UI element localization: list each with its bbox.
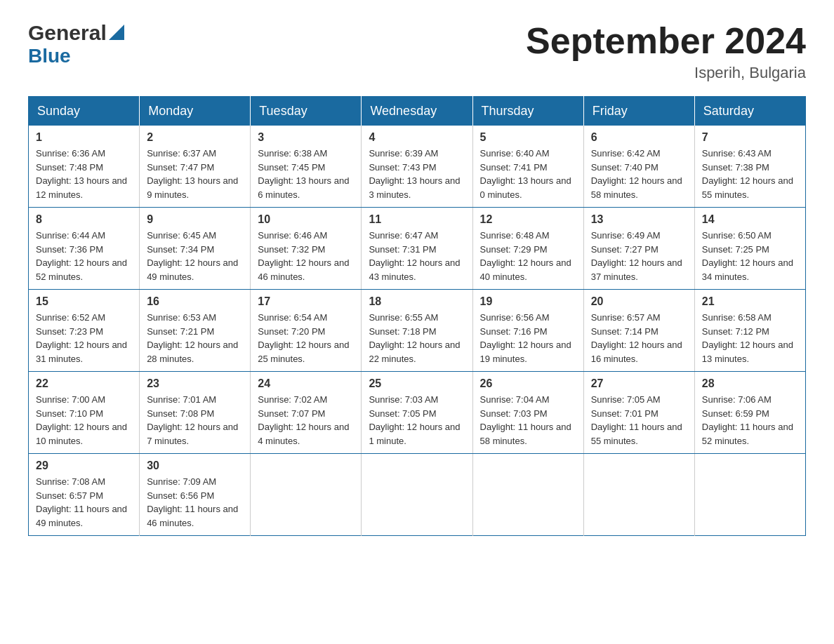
day-number: 11 (369, 213, 465, 226)
day-info: Sunrise: 7:01 AMSunset: 7:08 PMDaylight:… (147, 393, 243, 448)
calendar-cell: 18Sunrise: 6:55 AMSunset: 7:18 PMDayligh… (362, 290, 472, 372)
day-info: Sunrise: 6:45 AMSunset: 7:34 PMDaylight:… (147, 229, 243, 283)
day-number: 21 (702, 295, 798, 308)
day-info: Sunrise: 6:37 AMSunset: 7:47 PMDaylight:… (147, 147, 243, 201)
weekday-header-row: SundayMondayTuesdayWednesdayThursdayFrid… (29, 97, 806, 126)
day-info: Sunrise: 7:08 AMSunset: 6:57 PMDaylight:… (36, 475, 132, 530)
calendar-cell: 13Sunrise: 6:49 AMSunset: 7:27 PMDayligh… (583, 208, 694, 290)
day-info: Sunrise: 7:00 AMSunset: 7:10 PMDaylight:… (36, 393, 132, 448)
day-number: 30 (147, 459, 243, 472)
day-info: Sunrise: 6:42 AMSunset: 7:40 PMDaylight:… (591, 147, 687, 201)
logo-general-text: General (28, 21, 107, 45)
weekday-header-friday: Friday (583, 97, 694, 126)
calendar-cell: 3Sunrise: 6:38 AMSunset: 7:45 PMDaylight… (251, 126, 362, 208)
day-info: Sunrise: 6:44 AMSunset: 7:36 PMDaylight:… (36, 229, 132, 283)
calendar-cell: 1Sunrise: 6:36 AMSunset: 7:48 PMDaylight… (29, 126, 140, 208)
calendar-cell: 26Sunrise: 7:04 AMSunset: 7:03 PMDayligh… (472, 372, 583, 454)
day-number: 1 (36, 131, 132, 144)
day-info: Sunrise: 6:43 AMSunset: 7:38 PMDaylight:… (702, 147, 798, 201)
day-info: Sunrise: 7:02 AMSunset: 7:07 PMDaylight:… (258, 393, 354, 448)
day-info: Sunrise: 6:55 AMSunset: 7:18 PMDaylight:… (369, 311, 465, 365)
week-row-2: 8Sunrise: 6:44 AMSunset: 7:36 PMDaylight… (29, 208, 806, 290)
calendar-cell (251, 454, 362, 536)
calendar-cell: 21Sunrise: 6:58 AMSunset: 7:12 PMDayligh… (694, 290, 805, 372)
day-number: 27 (591, 377, 687, 390)
calendar-cell: 14Sunrise: 6:50 AMSunset: 7:25 PMDayligh… (694, 208, 805, 290)
day-number: 9 (147, 213, 243, 226)
day-info: Sunrise: 6:39 AMSunset: 7:43 PMDaylight:… (369, 147, 465, 201)
day-number: 28 (702, 377, 798, 390)
day-number: 15 (36, 295, 132, 308)
day-info: Sunrise: 7:05 AMSunset: 7:01 PMDaylight:… (591, 393, 687, 448)
calendar-cell: 4Sunrise: 6:39 AMSunset: 7:43 PMDaylight… (362, 126, 472, 208)
day-info: Sunrise: 6:49 AMSunset: 7:27 PMDaylight:… (591, 229, 687, 283)
day-info: Sunrise: 6:46 AMSunset: 7:32 PMDaylight:… (258, 229, 354, 283)
day-number: 26 (480, 377, 576, 390)
day-number: 7 (702, 131, 798, 144)
calendar-cell: 7Sunrise: 6:43 AMSunset: 7:38 PMDaylight… (694, 126, 805, 208)
day-number: 13 (591, 213, 687, 226)
day-info: Sunrise: 6:53 AMSunset: 7:21 PMDaylight:… (147, 311, 243, 365)
calendar-table: SundayMondayTuesdayWednesdayThursdayFrid… (28, 96, 806, 536)
day-number: 6 (591, 131, 687, 144)
calendar-cell: 12Sunrise: 6:48 AMSunset: 7:29 PMDayligh… (472, 208, 583, 290)
day-number: 14 (702, 213, 798, 226)
calendar-cell: 16Sunrise: 6:53 AMSunset: 7:21 PMDayligh… (140, 290, 251, 372)
day-number: 23 (147, 377, 243, 390)
day-number: 24 (258, 377, 354, 390)
day-info: Sunrise: 6:36 AMSunset: 7:48 PMDaylight:… (36, 147, 132, 201)
calendar-cell: 19Sunrise: 6:56 AMSunset: 7:16 PMDayligh… (472, 290, 583, 372)
calendar-cell: 29Sunrise: 7:08 AMSunset: 6:57 PMDayligh… (29, 454, 140, 536)
day-info: Sunrise: 7:09 AMSunset: 6:56 PMDaylight:… (147, 475, 243, 530)
calendar-cell: 24Sunrise: 7:02 AMSunset: 7:07 PMDayligh… (251, 372, 362, 454)
month-title: September 2024 (526, 21, 806, 61)
day-info: Sunrise: 7:03 AMSunset: 7:05 PMDaylight:… (369, 393, 465, 448)
day-number: 2 (147, 131, 243, 144)
day-number: 16 (147, 295, 243, 308)
day-number: 4 (369, 131, 465, 144)
calendar-cell (472, 454, 583, 536)
day-info: Sunrise: 6:52 AMSunset: 7:23 PMDaylight:… (36, 311, 132, 365)
day-number: 20 (591, 295, 687, 308)
day-info: Sunrise: 6:58 AMSunset: 7:12 PMDaylight:… (702, 311, 798, 365)
day-info: Sunrise: 7:04 AMSunset: 7:03 PMDaylight:… (480, 393, 576, 448)
day-number: 17 (258, 295, 354, 308)
location-text: Isperih, Bulgaria (526, 64, 806, 82)
title-section: September 2024 Isperih, Bulgaria (526, 21, 806, 82)
day-info: Sunrise: 6:57 AMSunset: 7:14 PMDaylight:… (591, 311, 687, 365)
day-number: 29 (36, 459, 132, 472)
day-number: 18 (369, 295, 465, 308)
calendar-cell (362, 454, 472, 536)
calendar-cell: 28Sunrise: 7:06 AMSunset: 6:59 PMDayligh… (694, 372, 805, 454)
calendar-cell: 10Sunrise: 6:46 AMSunset: 7:32 PMDayligh… (251, 208, 362, 290)
week-row-1: 1Sunrise: 6:36 AMSunset: 7:48 PMDaylight… (29, 126, 806, 208)
calendar-cell: 20Sunrise: 6:57 AMSunset: 7:14 PMDayligh… (583, 290, 694, 372)
calendar-cell: 2Sunrise: 6:37 AMSunset: 7:47 PMDaylight… (140, 126, 251, 208)
day-number: 5 (480, 131, 576, 144)
day-number: 10 (258, 213, 354, 226)
calendar-cell: 22Sunrise: 7:00 AMSunset: 7:10 PMDayligh… (29, 372, 140, 454)
calendar-cell (694, 454, 805, 536)
calendar-cell: 9Sunrise: 6:45 AMSunset: 7:34 PMDaylight… (140, 208, 251, 290)
weekday-header-thursday: Thursday (472, 97, 583, 126)
calendar-cell: 27Sunrise: 7:05 AMSunset: 7:01 PMDayligh… (583, 372, 694, 454)
day-info: Sunrise: 6:48 AMSunset: 7:29 PMDaylight:… (480, 229, 576, 283)
week-row-5: 29Sunrise: 7:08 AMSunset: 6:57 PMDayligh… (29, 454, 806, 536)
day-number: 22 (36, 377, 132, 390)
day-info: Sunrise: 6:40 AMSunset: 7:41 PMDaylight:… (480, 147, 576, 201)
logo-triangle-icon (109, 25, 124, 40)
calendar-cell: 8Sunrise: 6:44 AMSunset: 7:36 PMDaylight… (29, 208, 140, 290)
calendar-cell: 11Sunrise: 6:47 AMSunset: 7:31 PMDayligh… (362, 208, 472, 290)
weekday-header-sunday: Sunday (29, 97, 140, 126)
day-info: Sunrise: 6:54 AMSunset: 7:20 PMDaylight:… (258, 311, 354, 365)
calendar-cell: 6Sunrise: 6:42 AMSunset: 7:40 PMDaylight… (583, 126, 694, 208)
weekday-header-wednesday: Wednesday (362, 97, 472, 126)
day-number: 19 (480, 295, 576, 308)
weekday-header-monday: Monday (140, 97, 251, 126)
day-info: Sunrise: 7:06 AMSunset: 6:59 PMDaylight:… (702, 393, 798, 448)
calendar-cell: 17Sunrise: 6:54 AMSunset: 7:20 PMDayligh… (251, 290, 362, 372)
day-info: Sunrise: 6:47 AMSunset: 7:31 PMDaylight:… (369, 229, 465, 283)
weekday-header-saturday: Saturday (694, 97, 805, 126)
calendar-cell: 23Sunrise: 7:01 AMSunset: 7:08 PMDayligh… (140, 372, 251, 454)
calendar-cell: 30Sunrise: 7:09 AMSunset: 6:56 PMDayligh… (140, 454, 251, 536)
